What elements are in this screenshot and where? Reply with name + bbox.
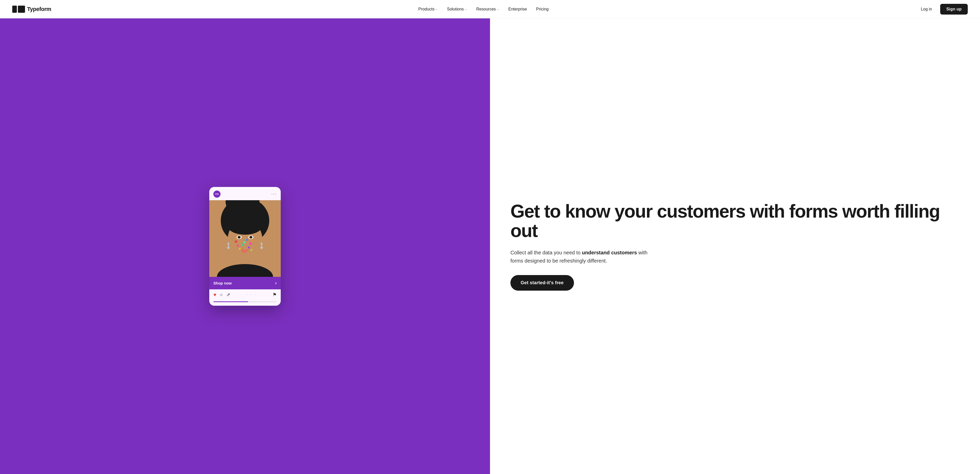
progress-fill [213,302,248,302]
hero-subtext-plain: Collect all the data you need to [511,250,582,255]
nav-enterprise-label: Enterprise [508,7,527,11]
comment-icon[interactable]: ○ [220,292,223,297]
svg-point-12 [238,236,241,239]
product-illustration [209,200,281,277]
svg-point-26 [227,246,230,249]
bookmark-icon[interactable]: ⚑ [272,292,277,297]
phone-progress-bar-container [209,300,281,306]
svg-point-17 [242,244,243,246]
nav-item-products[interactable]: Products ⌄ [415,5,441,14]
avatar-brand-initial: Zitty [215,193,219,195]
nav-products-label: Products [418,7,434,11]
nav-resources-label: Resources [476,7,496,11]
svg-point-27 [261,243,262,245]
svg-point-20 [252,240,253,241]
carousel-dots-icon: · · · [247,292,256,297]
svg-point-13 [249,236,252,239]
avatar-icon: Zitty [213,190,221,198]
nav-auth: Log in Sign up [916,4,968,14]
nav-item-enterprise[interactable]: Enterprise [505,5,531,14]
nav-item-solutions[interactable]: Solutions ⌄ [443,5,471,14]
logo-container[interactable]: Typeform [12,6,51,13]
hero-section: Zitty ··· [0,18,980,474]
svg-point-22 [237,245,239,247]
signup-button[interactable]: Sign up [940,4,968,14]
hero-left-panel: Zitty ··· [0,18,490,474]
logo-icon [12,6,25,13]
navbar: Typeform Products ⌄ Solutions ⌄ Resource… [0,0,980,18]
nav-menu: Products ⌄ Solutions ⌄ Resources ⌄ Enter… [415,5,552,14]
shop-now-label: Shop now [213,281,232,285]
svg-point-23 [251,249,252,251]
svg-point-19 [248,246,250,249]
options-dots-icon: ··· [271,191,277,197]
phone-brand-avatar: Zitty [213,190,221,198]
heart-icon[interactable]: ♥ [213,292,216,298]
phone-mockup: Zitty ··· [209,187,281,306]
arrow-right-icon: › [275,281,277,286]
phone-actions-row: ♥ ○ ⇗ · · · ⚑ [209,289,281,300]
chevron-down-icon: ⌄ [435,7,438,11]
svg-point-21 [244,242,245,243]
svg-point-15 [246,239,248,241]
phone-shop-bar[interactable]: Shop now › [209,277,281,289]
phone-header: Zitty ··· [209,187,281,200]
chevron-down-icon: ⌄ [497,7,499,11]
svg-point-24 [228,243,229,245]
reaction-icons: ♥ ○ ⇗ [213,292,230,298]
svg-point-14 [235,240,237,243]
svg-point-29 [260,246,263,249]
hero-subtext: Collect all the data you need to underst… [511,249,653,265]
phone-product-image [209,200,281,277]
share-icon[interactable]: ⇗ [226,292,230,297]
hero-headline: Get to know your customers with forms wo… [511,202,959,240]
progress-bar [213,302,277,302]
svg-point-18 [239,248,241,249]
brand-name: Typeform [27,6,51,13]
svg-point-7 [228,217,262,235]
logo-block-right [18,6,25,13]
hero-subtext-bold: understand customers [582,250,637,255]
nav-item-resources[interactable]: Resources ⌄ [473,5,503,14]
nav-item-pricing[interactable]: Pricing [533,5,552,14]
nav-solutions-label: Solutions [447,7,464,11]
login-button[interactable]: Log in [916,4,937,14]
hero-right-panel: Get to know your customers with forms wo… [490,18,980,474]
chevron-down-icon: ⌄ [465,7,467,11]
svg-point-16 [249,243,252,245]
cta-button[interactable]: Get started-it's free [511,275,574,290]
logo-block-left [12,6,17,13]
nav-pricing-label: Pricing [536,7,549,11]
